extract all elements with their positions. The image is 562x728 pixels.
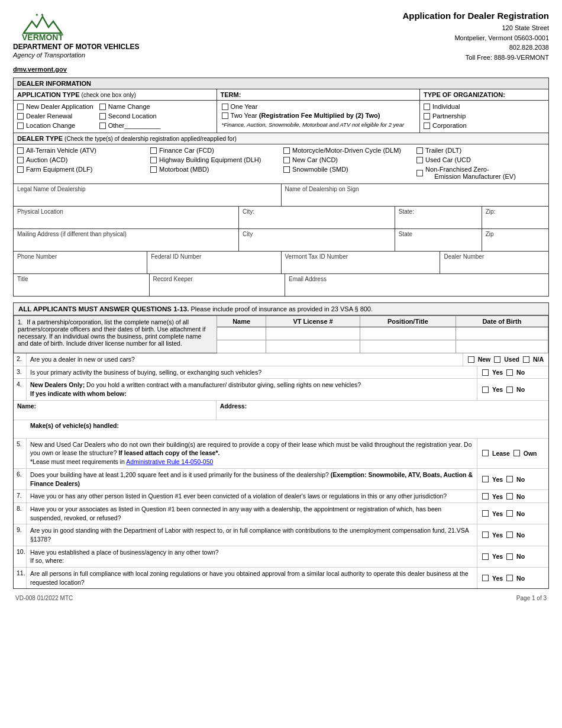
dealer-num-cell: Dealer Number	[440, 252, 548, 273]
q2-new-checkbox[interactable]	[468, 356, 474, 363]
dmv-link: dmv.vermont.gov	[13, 66, 140, 73]
question-11-row: 11. Are all persons in full compliance w…	[14, 568, 548, 588]
mail-zip-cell: Zip	[482, 229, 548, 251]
question-7-row: 7. Have you or has any other person list…	[14, 490, 548, 503]
svg-text:VERMONT: VERMONT	[22, 33, 63, 41]
checkbox-corporation[interactable]: Corporation	[424, 122, 545, 129]
svg-marker-0	[24, 17, 62, 33]
question-3-row: 3. Is your primary activity the business…	[14, 366, 548, 379]
title-cell: Title	[14, 274, 150, 296]
federal-id-cell: Federal ID Number	[147, 252, 281, 273]
checkbox-hwy-building[interactable]: Highway Building Equipment (DLH)	[150, 156, 279, 163]
question-4-row: 4. New Dealers Only; Do you hold a writt…	[14, 379, 548, 400]
app-type-note: (check one box only)	[82, 92, 136, 98]
address-line2: Montpelier, Vermont 05603-0001	[402, 33, 549, 43]
q5-lease-checkbox[interactable]	[482, 450, 489, 456]
checkbox-auction[interactable]: Auction (ACD)	[17, 156, 146, 163]
zip-cell: Zip:	[482, 207, 548, 228]
checkbox-partnership[interactable]: Partnership	[424, 112, 545, 120]
q4-name-addr-row: Name: Address:	[14, 401, 548, 420]
q8-yes-checkbox[interactable]	[482, 510, 489, 517]
checkbox-two-year[interactable]: Two Year (Registration Fee Multiplied by…	[222, 112, 380, 119]
q1-col-pos: Position/Title	[360, 316, 456, 327]
q1-col-lic: VT License #	[266, 316, 360, 327]
q9-yes-checkbox[interactable]	[482, 531, 489, 538]
q11-no-checkbox[interactable]	[506, 575, 513, 581]
header-phone: 802.828.2038	[402, 43, 549, 53]
q11-yes-checkbox[interactable]	[482, 575, 489, 581]
q8-no-checkbox[interactable]	[506, 510, 513, 517]
checkbox-new-car[interactable]: New Car (NCD)	[283, 156, 412, 163]
checkbox-farm-equip[interactable]: Farm Equipment (DLF)	[17, 166, 146, 173]
q1-col-dob: Date of Birth	[456, 316, 548, 327]
question-8-row: 8. Have you or your associates as listed…	[14, 503, 548, 524]
q3-yes-checkbox[interactable]	[482, 369, 489, 376]
legal-name-cell: Legal Name of Dealership	[14, 184, 282, 206]
question-5-row: 5. New and Used Car Dealers who do not o…	[14, 439, 548, 469]
checkbox-used-car[interactable]: Used Car (UCD	[416, 156, 545, 163]
q9-no-checkbox[interactable]	[506, 531, 513, 538]
q1-col-name: Name	[217, 316, 266, 327]
city-cell: City:	[239, 207, 395, 228]
state-cell: State:	[395, 207, 482, 228]
checkbox-dealer-renewal[interactable]: Dealer Renewal	[17, 112, 93, 120]
q2-na-checkbox[interactable]	[523, 356, 529, 363]
phone-cell: Phone Number	[14, 252, 147, 273]
email-cell: Email Address	[285, 274, 548, 296]
mail-city-cell: City	[239, 229, 395, 251]
checkbox-ev[interactable]: Non-Franchised Zero- Emission Manufactur…	[416, 166, 545, 180]
page-indicator: Page 1 of 3	[516, 595, 547, 601]
question-2-row: 2. Are you a dealer in new or used cars?…	[14, 353, 548, 366]
question-10-row: 10. Have you established a place of busi…	[14, 546, 548, 568]
dealer-type-note: (Check the type(s) of dealership registr…	[64, 136, 237, 142]
physical-location-cell: Physical Location	[14, 207, 239, 228]
q10-yes-checkbox[interactable]	[482, 553, 489, 560]
questions-header: ALL APPLICANTS MUST ANSWER QUESTIONS 1-1…	[14, 303, 548, 315]
q1-desc: If a partnership/corporation, list the c…	[18, 318, 205, 347]
checkbox-motorcycle[interactable]: Motorcycle/Motor-Driven Cycle (DLM)	[283, 147, 412, 154]
term-header: TERM:	[221, 91, 241, 98]
question-9-row: 9. Are you in good standing with the Dep…	[14, 524, 548, 546]
q6-no-checkbox[interactable]	[506, 476, 513, 482]
q6-yes-checkbox[interactable]	[482, 476, 489, 482]
checkbox-trailer[interactable]: Trailer (DLT)	[416, 147, 545, 154]
checkbox-location-change[interactable]: Location Change	[17, 122, 93, 129]
q5-own-checkbox[interactable]	[513, 450, 520, 456]
checkbox-new-dealer[interactable]: New Dealer Application	[17, 103, 93, 110]
q4-yes-checkbox[interactable]	[482, 386, 489, 393]
address-line1: 120 State Street	[402, 23, 549, 33]
q10-no-checkbox[interactable]	[506, 553, 513, 560]
q4-makes-row: Make(s) of vehicle(s) handled:	[14, 420, 548, 439]
q7-no-checkbox[interactable]	[506, 493, 513, 500]
app-type-header: APPLICATION TYPE	[17, 91, 80, 98]
checkbox-motorboat[interactable]: Motorboat (MBD)	[150, 166, 279, 173]
vt-tax-cell: Vermont Tax ID Number	[282, 252, 441, 273]
app-title: Application for Dealer Registration	[402, 11, 549, 21]
dealer-info-header: DEALER INFORMATION	[14, 78, 548, 89]
checkbox-atv[interactable]: All-Terrain Vehicle (ATV)	[17, 147, 146, 154]
org-type-header: TYPE OF ORGANIZATION:	[424, 91, 505, 98]
checkbox-other[interactable]: Other__________	[99, 122, 161, 129]
checkbox-finance-car[interactable]: Finance Car (FCD)	[150, 147, 279, 154]
checkbox-individual[interactable]: Individual	[424, 103, 545, 110]
form-number: VD-008 01/2022 MTC	[15, 595, 73, 601]
question-6-row: 6. Does your building have at least 1,20…	[14, 469, 548, 490]
checkbox-one-year[interactable]: One Year	[222, 103, 258, 110]
dept-name: DEPARTMENT OF MOTOR VEHICLES	[13, 43, 140, 51]
record-keeper-cell: Record Keeper	[150, 274, 286, 296]
dept-sub: Agency of Transportation	[13, 51, 140, 59]
mail-state-cell: State	[395, 229, 482, 251]
q3-no-checkbox[interactable]	[506, 369, 513, 376]
checkbox-snowmobile[interactable]: Snowmobile (SMD)	[283, 166, 412, 173]
term-note: *Finance, Auction, Snowmobile, Motorboat…	[222, 121, 415, 128]
q2-used-checkbox[interactable]	[494, 356, 500, 363]
vermont-logo: ✦ ✦ VERMONT	[13, 11, 72, 41]
header-tollfree: Toll Free: 888-99-VERMONT	[402, 53, 549, 63]
q4-no-checkbox[interactable]	[506, 386, 513, 393]
checkbox-second-location[interactable]: Second Location	[99, 112, 161, 120]
svg-text:✦ ✦: ✦ ✦	[35, 12, 44, 18]
checkbox-name-change[interactable]: Name Change	[99, 103, 161, 110]
q7-yes-checkbox[interactable]	[482, 493, 489, 500]
sign-name-cell: Name of Dealership on Sign	[282, 184, 549, 206]
mailing-addr-cell: Mailing Address (if different than physi…	[14, 229, 239, 251]
